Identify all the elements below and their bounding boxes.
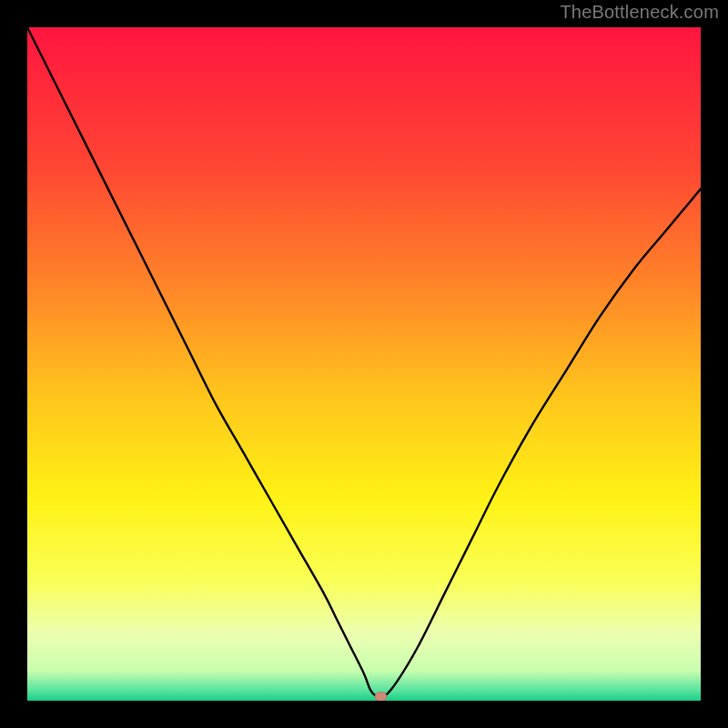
gradient-background <box>27 27 701 701</box>
chart-frame: TheBottleneck.com <box>0 0 728 728</box>
optimal-point-marker <box>375 692 387 701</box>
watermark-text: TheBottleneck.com <box>560 2 719 23</box>
plot-area <box>27 27 701 701</box>
bottleneck-chart <box>27 27 701 701</box>
